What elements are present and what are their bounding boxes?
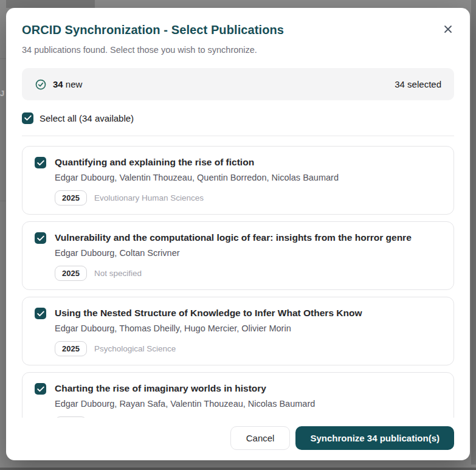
publication-body: Vulnerability and the computational logi… [55,232,441,280]
publication-title: Charting the rise of imaginary worlds in… [55,382,441,395]
modal-header: ORCID Synchronization - Select Publicati… [22,22,454,56]
publication-body: Quantifying and explaining the rise of f… [55,156,441,204]
background-row-divider [0,58,6,59]
check-icon [37,235,44,241]
year-badge: 2025 [55,416,87,418]
new-count: 34 [53,79,63,89]
publication-venue: Psychological Science [94,344,176,353]
publication-venue: Not specified [94,269,142,278]
publication-meta: 2025 Psychological Science [55,341,441,356]
publication-body: Charting the rise of imaginary worlds in… [55,382,441,418]
selected-count-text: 34 selected [395,79,441,89]
publication-authors: Edgar Dubourg, Valentin Thouzeau, Quenti… [55,172,441,184]
year-badge: 2025 [55,341,87,356]
summary-new: 34 new [35,78,82,91]
page-background: J ORCID Synchronization - Select Publica… [0,0,476,470]
publication-authors: Edgar Dubourg, Coltan Scrivner [55,247,441,259]
divider [22,136,454,136]
publication-list[interactable]: Quantifying and explaining the rise of f… [22,146,454,418]
publication-card: Charting the rise of imaginary worlds in… [22,372,454,418]
publication-title: Quantifying and explaining the rise of f… [55,156,441,168]
modal-title: ORCID Synchronization - Select Publicati… [22,22,454,38]
publication-meta: 2025 Not specified [55,266,441,281]
publication-card: Quantifying and explaining the rise of f… [22,146,454,215]
close-icon [443,24,453,34]
check-icon [37,160,44,166]
publication-title: Using the Nested Structure of Knowledge … [55,307,441,319]
background-text-fragment: J [0,89,4,98]
background-element [6,0,95,8]
new-count-text: 34 new [53,79,82,89]
publication-authors: Edgar Dubourg, Rayan Safa, Valentin Thou… [55,398,441,410]
publication-meta: 2025 [55,416,441,418]
check-icon [37,311,44,317]
modal-subtitle: 34 publications found. Select those you … [22,44,454,56]
publication-venue: Evolutionary Human Sciences [94,193,204,202]
cancel-button[interactable]: Cancel [230,426,291,450]
publication-checkbox[interactable] [35,308,46,319]
close-button[interactable] [441,22,455,36]
select-all-checkbox[interactable] [22,112,33,124]
background-page-edge [0,468,476,470]
check-circle-icon [35,78,47,91]
year-badge: 2025 [55,190,87,206]
background-row-divider [0,201,6,201]
publication-meta: 2025 Evolutionary Human Sciences [55,190,441,206]
orcid-sync-modal: ORCID Synchronization - Select Publicati… [6,8,470,460]
select-all-row[interactable]: Select all (34 available) [22,112,454,124]
check-icon [24,115,32,121]
publication-authors: Edgar Dubourg, Thomas Dheilly, Hugo Merc… [55,323,441,334]
select-all-label: Select all (34 available) [40,113,134,123]
synchronize-button[interactable]: Synchronize 34 publication(s) [295,426,454,450]
sync-summary-bar: 34 new 34 selected [22,68,454,100]
publication-checkbox[interactable] [35,232,46,244]
new-label: new [66,79,83,89]
publication-card: Vulnerability and the computational logi… [22,221,454,290]
publication-body: Using the Nested Structure of Knowledge … [55,307,441,355]
year-badge: 2025 [55,266,87,281]
modal-footer: Cancel Synchronize 34 publication(s) [22,426,454,450]
publication-card: Using the Nested Structure of Knowledge … [22,297,454,365]
publication-checkbox[interactable] [35,383,46,395]
publication-checkbox[interactable] [35,157,46,168]
publication-title: Vulnerability and the computational logi… [55,232,441,244]
check-icon [37,386,44,392]
background-scrollbar [471,0,476,465]
